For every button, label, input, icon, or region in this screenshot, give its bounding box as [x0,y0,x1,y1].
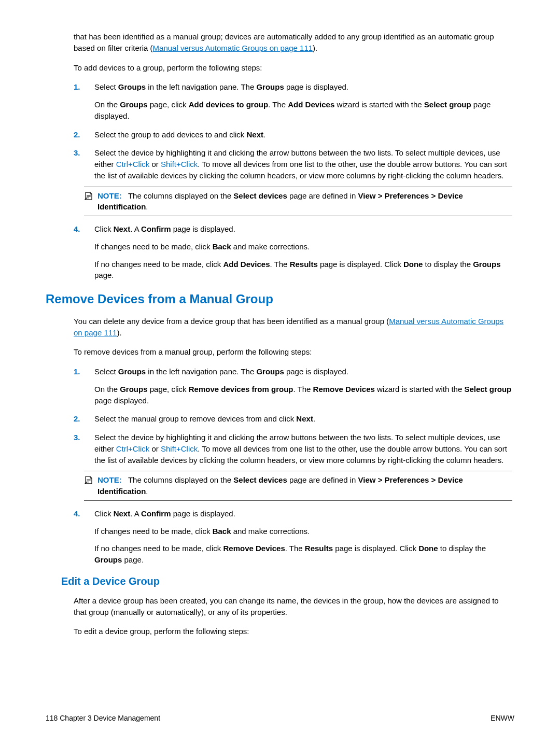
note-label: NOTE: [97,191,122,200]
step-body: Click Next. A Confirm page is displayed.… [94,508,512,566]
footer-left: 118 Chapter 3 Device Management [46,713,160,723]
text: If no changes need to be made, click Add… [94,259,512,282]
step-body: Select Groups in the left navigation pan… [94,366,512,406]
step-number: 2. [74,129,80,140]
step-number: 3. [74,147,80,159]
note-icon [84,475,93,488]
step-body: Select the manual group to remove device… [94,413,512,425]
note-icon [84,191,93,204]
step-number: 1. [74,366,80,377]
step-body: Click Next. A Confirm page is displayed.… [94,223,512,281]
link-manual-vs-auto[interactable]: Manual versus Automatic Groups on page 1… [153,44,313,52]
text: If changes need to be made, click Back a… [94,526,512,537]
add-devices-lead: To add devices to a group, perform the f… [74,62,512,74]
text: If changes need to be made, click Back a… [94,241,512,252]
step-body: Select the device by highlighting it and… [94,432,512,466]
kbd-shift-click: Shift+Click [161,444,198,453]
footer-right: ENWW [491,713,514,723]
heading-remove-devices: Remove Devices from a Manual Group [46,290,512,308]
text: Select the device by highlighting it and… [94,432,512,466]
text: Select Groups in the left navigation pan… [94,366,512,377]
step-body: Select the group to add devices to and c… [94,129,512,140]
step-number: 3. [74,432,80,443]
step-4: 4. Click Next. A Confirm page is display… [74,223,512,281]
page-content: that has been identified as a manual gro… [46,31,514,637]
step-number: 1. [74,81,80,93]
text: On the Groups page, click Remove devices… [94,384,512,406]
step-2: 2. Select the group to add devices to an… [74,129,512,140]
text: ). [313,44,317,52]
step-3: 3. Select the device by highlighting it … [74,147,512,216]
intro-paragraph: that has been identified as a manual gro… [74,31,512,54]
step-2: 2. Select the manual group to remove dev… [74,413,512,425]
kbd-ctrl-click: Ctrl+Click [116,444,150,453]
text: On the Groups page, click Add devices to… [94,99,512,122]
heading-edit-group: Edit a Device Group [61,574,512,589]
step-number: 2. [74,413,80,425]
remove-devices-steps: 1. Select Groups in the left navigation … [74,366,512,566]
edit-intro: After a device group has been created, y… [74,595,512,618]
text: Select Groups in the left navigation pan… [94,81,512,93]
text: Click Next. A Confirm page is displayed. [94,223,512,235]
remove-lead: To remove devices from a manual group, p… [74,346,512,358]
step-1: 1. Select Groups in the left navigation … [74,366,512,406]
kbd-shift-click: Shift+Click [161,160,198,168]
text: Click Next. A Confirm page is displayed. [94,508,512,519]
note-box: NOTE: The columns displayed on the Selec… [84,471,512,501]
text: Select the device by highlighting it and… [94,147,512,181]
step-3: 3. Select the device by highlighting it … [74,432,512,501]
step-4: 4. Click Next. A Confirm page is display… [74,508,512,566]
step-number: 4. [74,223,80,235]
note-box: NOTE: The columns displayed on the Selec… [84,187,512,217]
add-devices-steps: 1. Select Groups in the left navigation … [74,81,512,281]
note-text: NOTE: The columns displayed on the Selec… [97,190,512,213]
text: If no changes need to be made, click Rem… [94,543,512,566]
text: Select the group to add devices to and c… [94,129,512,140]
remove-intro: You can delete any device from a device … [74,316,512,339]
edit-lead: To edit a device group, perform the foll… [74,626,512,637]
step-number: 4. [74,508,80,519]
step-body: Select the device by highlighting it and… [94,147,512,181]
text: Select the manual group to remove device… [94,413,512,425]
step-body: Select Groups in the left navigation pan… [94,81,512,121]
note-label: NOTE: [97,475,122,484]
note-text: NOTE: The columns displayed on the Selec… [97,474,512,497]
step-1: 1. Select Groups in the left navigation … [74,81,512,121]
kbd-ctrl-click: Ctrl+Click [116,160,150,168]
page-footer: 118 Chapter 3 Device Management ENWW [46,713,514,723]
